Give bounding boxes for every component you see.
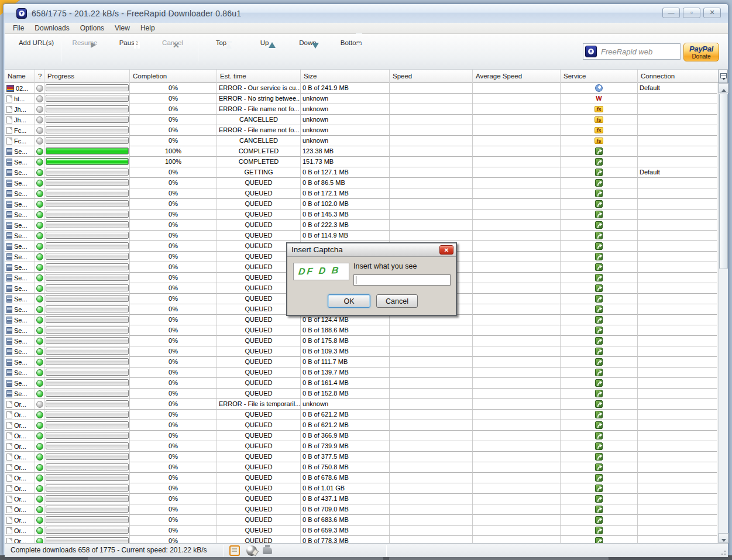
table-row[interactable]: Or...0%QUEUED0 B of 739.9 MB bbox=[5, 441, 718, 452]
table-row[interactable]: Se...0%QUEUED0 B of 152.8 MB bbox=[5, 389, 718, 399]
cell-completion: 0% bbox=[130, 294, 217, 304]
scroll-down-arrow-icon[interactable] bbox=[719, 533, 728, 543]
menu-file[interactable]: File bbox=[13, 24, 24, 32]
captcha-input[interactable] bbox=[353, 274, 451, 286]
column-header-progress[interactable]: Progress bbox=[44, 70, 130, 83]
table-row[interactable]: Se...0%QUEUED0 B of 111.7 MB bbox=[5, 357, 718, 367]
column-header-status[interactable]: ? bbox=[35, 70, 44, 83]
pause-button[interactable]: Pause bbox=[108, 37, 150, 46]
dialog-close-icon[interactable]: ✕ bbox=[439, 245, 453, 255]
table-row[interactable]: Fc...0%ERROR - File name not fo...unknow… bbox=[5, 125, 718, 136]
table-row[interactable]: Se...100%COMPLETED123.38 MB bbox=[5, 146, 718, 157]
table-row[interactable]: Or...0%QUEUED0 B of 377.5 MB bbox=[5, 452, 718, 462]
table-row[interactable]: Se...0%QUEUED0 B of 161.4 MB bbox=[5, 378, 718, 389]
cell-size: 0 B of 739.9 MB bbox=[301, 441, 390, 452]
table-row[interactable]: Or...0%QUEUED0 B of 709.0 MB bbox=[5, 504, 718, 515]
cell-status-orb bbox=[35, 188, 44, 199]
table-row[interactable]: Se...100%COMPLETED151.73 MB bbox=[5, 157, 718, 167]
add-urls-button[interactable]: Add URL(s) bbox=[15, 37, 57, 46]
table-row[interactable]: Fc...0%CANCELLEDunknownfs bbox=[5, 136, 718, 146]
column-header-size[interactable]: Size bbox=[301, 70, 390, 83]
cancel-button[interactable]: Cancel bbox=[376, 294, 418, 308]
table-row[interactable]: Or...0%QUEUED0 B of 678.6 MB bbox=[5, 473, 718, 483]
move-top-button[interactable]: Top bbox=[200, 37, 242, 46]
table-row[interactable]: Se...0%QUEUED0 B of 175.8 MB bbox=[5, 336, 718, 346]
cell-progress bbox=[44, 536, 130, 543]
table-row[interactable]: Or...0%QUEUED0 B of 683.6 MB bbox=[5, 515, 718, 525]
cell-service bbox=[561, 199, 638, 209]
column-header-est-time[interactable]: Est. time bbox=[217, 70, 301, 83]
table-row[interactable]: Jh...0%CANCELLEDunknownfs bbox=[5, 115, 718, 125]
table-row[interactable]: Or...0%QUEUED0 B of 437.1 MB bbox=[5, 494, 718, 504]
cell-status-orb bbox=[35, 241, 44, 252]
cell-service bbox=[561, 420, 638, 431]
cell-progress bbox=[44, 378, 130, 389]
table-row[interactable]: Or...0%QUEUED0 B of 778.3 MB bbox=[5, 536, 718, 543]
column-header-connection[interactable]: Connection bbox=[638, 70, 717, 83]
search-input[interactable] bbox=[601, 46, 680, 57]
column-picker-button[interactable] bbox=[718, 70, 728, 83]
table-row[interactable]: Se...0%QUEUED0 B of 124.4 MB bbox=[5, 315, 718, 325]
table-row[interactable]: Or...0%QUEUED0 B of 621.2 MB bbox=[5, 410, 718, 420]
menu-help[interactable]: Help bbox=[140, 24, 155, 32]
cell-connection bbox=[638, 241, 717, 252]
table-row[interactable]: Or...0%QUEUED0 B of 1.01 GB bbox=[5, 483, 718, 494]
move-up-button[interactable]: Up bbox=[243, 37, 286, 46]
table-row[interactable]: Se...0%GETTING0 B of 127.1 MBDefault bbox=[5, 167, 718, 178]
column-header-service[interactable]: Service bbox=[561, 70, 638, 83]
table-row[interactable]: Or...0%QUEUED0 B of 750.8 MB bbox=[5, 462, 718, 473]
table-row[interactable]: Se...0%QUEUED0 B of 172.1 MB bbox=[5, 188, 718, 199]
column-header-name[interactable]: Name bbox=[5, 70, 35, 83]
paypal-donate-button[interactable]: PayPal Donate bbox=[683, 43, 719, 61]
cell-average-speed bbox=[473, 325, 561, 336]
scroll-up-arrow-icon[interactable] bbox=[719, 83, 728, 93]
table-row[interactable]: Se...0%QUEUED0 B of 86.5 MB bbox=[5, 178, 718, 188]
table-row[interactable]: Se...0%QUEUED0 B of 114.9 MB bbox=[5, 231, 718, 241]
vertical-scrollbar[interactable] bbox=[718, 83, 728, 543]
table-row[interactable]: Or...0%ERROR - File is temporaril...unkn… bbox=[5, 399, 718, 410]
dialog-title-bar[interactable]: Insert Captcha ✕ bbox=[287, 243, 456, 257]
table-row[interactable]: Se...0%QUEUED0 B of 139.7 MB bbox=[5, 367, 718, 378]
table-row[interactable]: Jh...0%ERROR - File name not fo...unknow… bbox=[5, 104, 718, 115]
clipboard-monitor-icon[interactable] bbox=[229, 545, 240, 556]
media-file-icon bbox=[6, 159, 12, 166]
column-header-speed[interactable]: Speed bbox=[390, 70, 473, 83]
resume-button[interactable]: Resume bbox=[64, 37, 106, 46]
table-row[interactable]: Se...0%QUEUED0 B of 145.3 MB bbox=[5, 209, 718, 220]
resize-grip[interactable] bbox=[719, 548, 726, 555]
move-bottom-button[interactable]: Bottom bbox=[330, 37, 372, 46]
green-arrow-service-icon bbox=[595, 442, 603, 450]
table-row[interactable]: Se...0%QUEUED0 B of 188.6 MB bbox=[5, 325, 718, 336]
table-row[interactable]: Or...0%QUEUED0 B of 621.2 MB bbox=[5, 420, 718, 431]
table-row[interactable]: Or...0%QUEUED0 B of 366.9 MB bbox=[5, 431, 718, 441]
table-row[interactable]: Or...0%QUEUED0 B of 659.3 MB bbox=[5, 525, 718, 536]
table-row[interactable]: Se...0%QUEUED0 B of 109.3 MB bbox=[5, 346, 718, 357]
title-bar[interactable]: 658/1775 - 201.22 kB/s - FreeRapid Downl… bbox=[4, 4, 728, 23]
cell-size: unknown bbox=[301, 94, 390, 104]
column-header-completion[interactable]: Completion bbox=[130, 70, 217, 83]
faucet-icon[interactable] bbox=[263, 547, 272, 554]
ok-button[interactable]: OK bbox=[328, 294, 370, 308]
progress-bar bbox=[46, 369, 129, 376]
cell-service bbox=[561, 462, 638, 473]
close-button[interactable]: ✕ bbox=[703, 8, 721, 18]
media-file-icon bbox=[6, 169, 12, 176]
menu-view[interactable]: View bbox=[115, 24, 130, 32]
maximize-button[interactable]: ▫ bbox=[683, 8, 700, 18]
sphere-pen-icon[interactable] bbox=[246, 545, 257, 556]
menu-options[interactable]: Options bbox=[80, 24, 104, 32]
cell-average-speed bbox=[473, 188, 561, 199]
table-row[interactable]: Se...0%QUEUED0 B of 222.3 MB bbox=[5, 220, 718, 231]
move-down-button[interactable]: Down bbox=[287, 37, 329, 46]
column-header-average-speed[interactable]: Average Speed bbox=[473, 70, 561, 83]
table-row[interactable]: 02...0%ERROR - Our service is cu...0 B o… bbox=[5, 83, 718, 94]
cell-name: Se... bbox=[5, 378, 35, 389]
scrollbar-thumb[interactable] bbox=[719, 94, 728, 269]
cancel-button[interactable]: Cancel bbox=[152, 37, 194, 46]
cell-completion: 0% bbox=[130, 241, 217, 252]
minimize-button[interactable]: — bbox=[662, 8, 680, 18]
cell-name: Se... bbox=[5, 199, 35, 209]
menu-downloads[interactable]: Downloads bbox=[35, 24, 69, 32]
table-row[interactable]: Se...0%QUEUED0 B of 102.0 MB bbox=[5, 199, 718, 209]
table-row[interactable]: ht...0%ERROR - No string betwee...unknow… bbox=[5, 94, 718, 104]
